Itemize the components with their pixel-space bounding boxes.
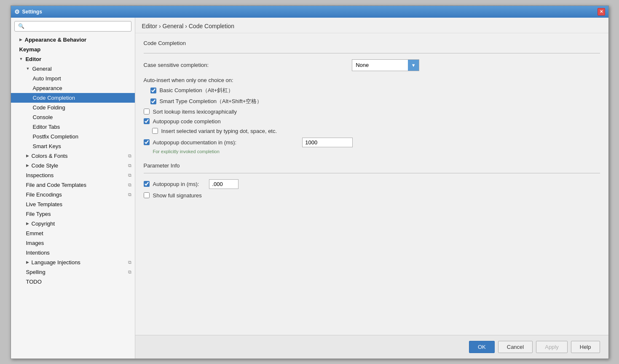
footer: OK Cancel Apply Help xyxy=(135,335,608,359)
param-autopopup-row: Autopopup in (ms): .000 xyxy=(144,179,600,189)
insert-variant-label[interactable]: Insert selected variant by typing dot, s… xyxy=(161,128,277,134)
arrow-icon: ▼ xyxy=(26,66,30,71)
autopopup-completion-row: Autopopup code completion xyxy=(144,118,600,125)
sidebar-item-auto-import[interactable]: Auto Import xyxy=(11,74,135,83)
sidebar: 🔍 ▶ Appearance & Behavior Keymap ▼ Edito… xyxy=(11,18,135,359)
sidebar-item-file-encodings[interactable]: File Encodings ⧉ xyxy=(11,190,135,199)
sidebar-item-spelling[interactable]: Spelling ⧉ xyxy=(11,267,135,277)
param-autopopup-checkbox[interactable] xyxy=(144,181,150,187)
settings-window: ⚙ Settings ✕ 🔍 ▶ Appearance & Behavior K… xyxy=(11,5,609,359)
autopopup-doc-label[interactable]: Autopopup documentation in (ms): xyxy=(153,139,237,146)
help-button[interactable]: Help xyxy=(571,341,600,353)
arrow-icon: ▼ xyxy=(19,57,23,61)
sidebar-item-label: Keymap xyxy=(19,46,41,53)
sidebar-item-console[interactable]: Console xyxy=(11,112,135,122)
sidebar-item-editor[interactable]: ▼ Editor xyxy=(11,54,135,64)
case-sensitive-row: Case sensitive completion: None First le… xyxy=(144,59,600,71)
cancel-button[interactable]: Cancel xyxy=(498,341,533,353)
copy-icon: ⧉ xyxy=(128,260,131,265)
copy-icon: ⧉ xyxy=(128,153,131,159)
content-area: 🔍 ▶ Appearance & Behavior Keymap ▼ Edito… xyxy=(11,18,608,359)
app-icon: ⚙ xyxy=(14,8,20,15)
sidebar-item-label: General xyxy=(32,66,51,72)
smart-type-label[interactable]: Smart Type Completion（Alt+Shift+空格） xyxy=(160,98,263,105)
auto-insert-label: Auto-insert when only one choice on: xyxy=(144,77,600,83)
section-title-param-info: Parameter Info xyxy=(144,162,600,170)
close-button[interactable]: ✕ xyxy=(598,8,605,16)
show-full-sig-checkbox[interactable] xyxy=(144,192,150,198)
sidebar-item-code-folding[interactable]: Code Folding xyxy=(11,103,135,112)
dropdown-arrow-button[interactable]: ▼ xyxy=(408,60,419,71)
sort-lookup-label[interactable]: Sort lookup items lexicographically xyxy=(153,109,237,115)
show-full-sig-label[interactable]: Show full signatures xyxy=(153,192,202,199)
param-section-divider xyxy=(144,173,600,173)
basic-completion-label[interactable]: Basic Completion（Alt+斜杠） xyxy=(160,87,234,94)
arrow-icon: ▶ xyxy=(26,163,29,167)
sidebar-item-file-types[interactable]: File Types xyxy=(11,209,135,219)
search-box[interactable]: 🔍 xyxy=(14,21,131,32)
copy-icon: ⧉ xyxy=(128,182,131,188)
param-info-section: Parameter Info Autopopup in (ms): .000 S… xyxy=(144,162,600,199)
insert-variant-row: Insert selected variant by typing dot, s… xyxy=(152,128,600,134)
sidebar-item-label: Appearance xyxy=(33,85,62,91)
sidebar-item-appearance[interactable]: Appearance xyxy=(11,83,135,93)
sidebar-item-colors-fonts[interactable]: ▶ Colors & Fonts ⧉ xyxy=(11,151,135,161)
hint-text: For explicitly invoked completion xyxy=(153,149,600,154)
sidebar-item-label: Intentions xyxy=(26,250,50,256)
sidebar-item-images[interactable]: Images xyxy=(11,238,135,248)
sidebar-item-label: Colors & Fonts xyxy=(32,153,68,159)
sidebar-item-label: Smart Keys xyxy=(33,143,61,149)
smart-type-checkbox[interactable] xyxy=(150,98,156,104)
case-sensitive-select[interactable]: None First letter All letters xyxy=(352,61,408,69)
sidebar-item-label: Language Injections xyxy=(32,259,80,266)
breadcrumb-text: Editor › General › Code Completion xyxy=(142,23,234,29)
sidebar-item-smart-keys[interactable]: Smart Keys xyxy=(11,141,135,151)
sidebar-item-label: File Encodings xyxy=(26,191,62,198)
sidebar-item-label: Auto Import xyxy=(33,75,61,82)
smart-type-row: Smart Type Completion（Alt+Shift+空格） xyxy=(150,98,600,105)
sidebar-item-label: Live Templates xyxy=(26,201,62,207)
autopopup-completion-checkbox[interactable] xyxy=(144,118,150,124)
sidebar-item-code-completion[interactable]: Code Completion xyxy=(11,93,135,103)
sidebar-item-label: File Types xyxy=(26,211,51,217)
autopopup-doc-checkbox[interactable] xyxy=(144,139,150,145)
apply-button[interactable]: Apply xyxy=(536,341,568,353)
arrow-icon: ▶ xyxy=(26,154,29,158)
sidebar-item-label: Console xyxy=(33,114,53,120)
sidebar-item-postfix-completion[interactable]: Postfix Completion xyxy=(11,132,135,141)
sidebar-item-label: Code Folding xyxy=(33,104,65,111)
autopopup-doc-input[interactable]: 1000 xyxy=(302,138,353,147)
sidebar-item-intentions[interactable]: Intentions xyxy=(11,248,135,258)
case-sensitive-dropdown[interactable]: None First letter All letters ▼ xyxy=(352,59,419,71)
param-autopopup-input[interactable]: .000 xyxy=(209,179,238,189)
sidebar-item-emmet[interactable]: Emmet xyxy=(11,228,135,238)
basic-completion-checkbox[interactable] xyxy=(150,88,156,93)
sidebar-item-label: Images xyxy=(26,240,44,246)
sidebar-item-editor-tabs[interactable]: Editor Tabs xyxy=(11,122,135,132)
sidebar-item-live-templates[interactable]: Live Templates xyxy=(11,199,135,209)
sidebar-item-general[interactable]: ▼ General xyxy=(11,64,135,74)
sidebar-item-code-style[interactable]: ▶ Code Style ⧉ xyxy=(11,161,135,170)
breadcrumb: Editor › General › Code Completion xyxy=(135,18,608,33)
sort-lookup-checkbox[interactable] xyxy=(144,109,150,114)
section-title-code-completion: Code Completion xyxy=(144,40,600,48)
sidebar-item-file-code-templates[interactable]: File and Code Templates ⧉ xyxy=(11,180,135,190)
param-autopopup-label[interactable]: Autopopup in (ms): xyxy=(153,181,199,187)
sidebar-item-label: TODO xyxy=(26,279,42,285)
copy-icon: ⧉ xyxy=(128,269,131,275)
sidebar-item-language-injections[interactable]: ▶ Language Injections ⧉ xyxy=(11,258,135,267)
sidebar-item-label: Postfix Completion xyxy=(33,133,78,140)
ok-button[interactable]: OK xyxy=(469,341,495,353)
copy-icon: ⧉ xyxy=(128,173,131,178)
insert-variant-checkbox[interactable] xyxy=(152,128,158,134)
sidebar-item-label: Emmet xyxy=(26,230,43,236)
search-input[interactable] xyxy=(27,23,128,29)
autopopup-completion-label[interactable]: Autopopup code completion xyxy=(153,118,221,125)
sidebar-item-copyright[interactable]: ▶ Copyright xyxy=(11,219,135,228)
sidebar-item-keymap[interactable]: Keymap xyxy=(11,45,135,54)
sidebar-item-inspections[interactable]: Inspections ⧉ xyxy=(11,170,135,180)
sidebar-item-label: File and Code Templates xyxy=(26,182,87,188)
sidebar-item-todo[interactable]: TODO xyxy=(11,277,135,287)
autopopup-doc-row: Autopopup documentation in (ms): 1000 xyxy=(144,138,600,147)
sidebar-item-appearance-behavior[interactable]: ▶ Appearance & Behavior xyxy=(11,35,135,45)
